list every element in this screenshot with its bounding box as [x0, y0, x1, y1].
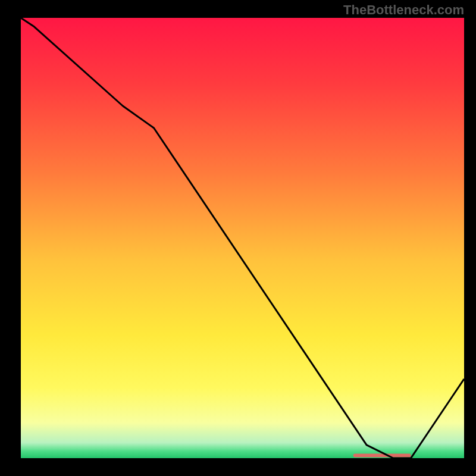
watermark-label: TheBottleneck.com — [343, 2, 464, 18]
optimal-range-marker — [353, 454, 411, 458]
gradient-plot-area — [21, 18, 464, 458]
chart-root: TheBottleneck.com — [0, 0, 476, 476]
bottleneck-chart — [0, 0, 476, 476]
